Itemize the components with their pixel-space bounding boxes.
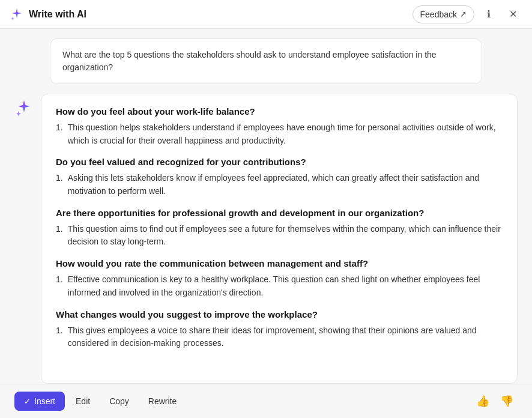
main-content: How do you feel about your work-life bal… bbox=[0, 94, 532, 384]
edit-label: Edit bbox=[76, 396, 90, 406]
copy-label: Copy bbox=[109, 396, 129, 406]
question-4-explanation: Effective communication is key to a heal… bbox=[68, 273, 503, 299]
question-4-list: 1. Effective communication is key to a h… bbox=[56, 273, 503, 299]
footer-right: 👍 👎 bbox=[472, 390, 518, 412]
list-item: 1. This question helps stakeholders unde… bbox=[56, 121, 503, 147]
question-2-heading: Do you feel valued and recognized for yo… bbox=[56, 157, 503, 167]
thumbs-up-icon: 👍 bbox=[476, 395, 489, 408]
insert-button[interactable]: ✓ Insert bbox=[14, 392, 65, 411]
question-2-explanation: Asking this lets stakeholders know if em… bbox=[68, 172, 503, 198]
copy-button[interactable]: Copy bbox=[101, 392, 138, 411]
question-2-list: 1. Asking this lets stakeholders know if… bbox=[56, 172, 503, 198]
question-3-list: 1. This question aims to find out if emp… bbox=[56, 223, 503, 249]
question-3-explanation: This question aims to find out if employ… bbox=[68, 223, 503, 249]
footer-toolbar: ✓ Insert Edit Copy Rewrite 👍 👎 bbox=[0, 384, 532, 418]
insert-checkmark-icon: ✓ bbox=[24, 397, 31, 406]
sparkle-icon bbox=[10, 7, 24, 22]
close-icon: ✕ bbox=[509, 8, 517, 20]
prompt-bubble: What are the top 5 questions the stakeho… bbox=[50, 38, 482, 84]
thumbs-down-icon: 👎 bbox=[500, 395, 513, 408]
ai-avatar bbox=[14, 98, 34, 118]
list-item: 1. Asking this lets stakeholders know if… bbox=[56, 172, 503, 198]
footer-left: ✓ Insert Edit Copy Rewrite bbox=[14, 392, 185, 411]
question-4-heading: How would you rate the communication bet… bbox=[56, 258, 503, 268]
question-5-list: 1. This gives employees a voice to share… bbox=[56, 324, 503, 350]
close-button[interactable]: ✕ bbox=[503, 5, 522, 24]
external-link-icon: ↗ bbox=[460, 10, 467, 19]
prompt-text: What are the top 5 questions the stakeho… bbox=[62, 50, 437, 72]
question-3-heading: Are there opportunities for professional… bbox=[56, 208, 503, 218]
prompt-area: What are the top 5 questions the stakeho… bbox=[0, 29, 532, 94]
header-left: Write with AI bbox=[10, 7, 86, 22]
question-1-explanation: This question helps stakeholders underst… bbox=[68, 121, 503, 147]
info-icon: ℹ bbox=[487, 8, 491, 20]
insert-label: Insert bbox=[34, 396, 55, 406]
response-card: How do you feel about your work-life bal… bbox=[41, 94, 518, 384]
app-title: Write with AI bbox=[29, 9, 86, 20]
list-item: 1. This question aims to find out if emp… bbox=[56, 223, 503, 249]
header: Write with AI Feedback ↗ ℹ ✕ bbox=[0, 0, 532, 29]
rewrite-button[interactable]: Rewrite bbox=[140, 392, 185, 411]
header-right: Feedback ↗ ℹ ✕ bbox=[413, 5, 522, 24]
feedback-label: Feedback bbox=[420, 10, 457, 19]
question-1-heading: How do you feel about your work-life bal… bbox=[56, 106, 503, 117]
thumbs-down-button[interactable]: 👎 bbox=[496, 390, 518, 412]
info-button[interactable]: ℹ bbox=[479, 5, 498, 24]
list-item: 1. Effective communication is key to a h… bbox=[56, 273, 503, 299]
feedback-button[interactable]: Feedback ↗ bbox=[413, 5, 474, 23]
question-1-list: 1. This question helps stakeholders unde… bbox=[56, 121, 503, 147]
question-5-explanation: This gives employees a voice to share th… bbox=[68, 324, 503, 350]
rewrite-label: Rewrite bbox=[148, 396, 177, 406]
question-5-heading: What changes would you suggest to improv… bbox=[56, 309, 503, 320]
edit-button[interactable]: Edit bbox=[67, 392, 98, 411]
thumbs-up-button[interactable]: 👍 bbox=[472, 390, 494, 412]
list-item: 1. This gives employees a voice to share… bbox=[56, 324, 503, 350]
